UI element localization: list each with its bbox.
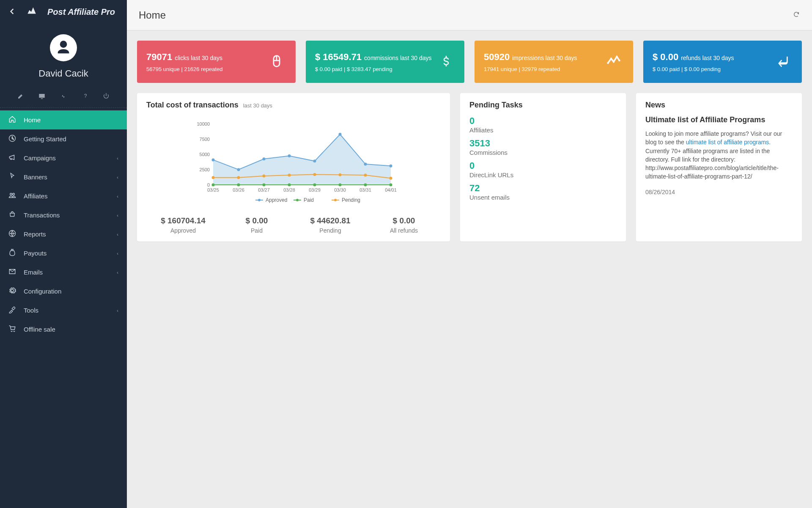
stat-card-clicks[interactable]: 79071clicks last 30 days 56795 unique | … xyxy=(137,41,296,83)
svg-text:?: ? xyxy=(84,93,87,99)
sidebar-item-label: Affiliates xyxy=(24,192,109,200)
news-body-link[interactable]: ultimate list of affiliate programs xyxy=(686,139,769,146)
chart-wrap: 10000750050002500003/2503/2603/2703/2803… xyxy=(146,115,441,209)
sidebar-item-offline-sale[interactable]: Offline sale xyxy=(0,320,127,339)
total-refunds: $ 0.00 All refunds xyxy=(367,216,441,234)
total-approved: $ 160704.14 Approved xyxy=(146,216,220,234)
svg-text:03/28: 03/28 xyxy=(283,187,295,192)
svg-point-3 xyxy=(613,61,615,63)
moneybag-icon xyxy=(8,249,16,258)
impressions-line2: 17941 unique | 32979 repeated xyxy=(484,66,624,72)
main: Home 79071clicks last 30 days 56795 uniq… xyxy=(127,0,812,508)
total-paid-label: Paid xyxy=(220,227,294,234)
chevron-left-icon: ‹ xyxy=(117,156,118,161)
commissions-value2: 3513 xyxy=(469,138,617,149)
avatar[interactable] xyxy=(50,34,77,61)
svg-point-23 xyxy=(313,159,316,162)
svg-point-19 xyxy=(212,158,215,161)
sidebar-item-transactions[interactable]: Transactions‹ xyxy=(0,206,127,225)
svg-point-32 xyxy=(339,184,342,187)
svg-text:Pending: Pending xyxy=(342,197,360,203)
chevron-left-icon: ‹ xyxy=(117,232,118,237)
svg-text:03/27: 03/27 xyxy=(258,187,270,192)
sidebar-item-affiliates[interactable]: Affiliates‹ xyxy=(0,187,127,206)
mail-icon xyxy=(8,268,16,277)
svg-point-20 xyxy=(237,168,240,171)
heartbeat-icon[interactable] xyxy=(60,93,68,102)
svg-text:04/01: 04/01 xyxy=(385,187,397,192)
sidebar-item-configuration[interactable]: Configuration xyxy=(0,282,127,301)
desktop-icon[interactable] xyxy=(38,93,46,102)
chart-panel: Total cost of transactions last 30 days … xyxy=(137,93,450,242)
refunds-value: $ 0.00 xyxy=(653,52,678,62)
sidebar-item-banners[interactable]: Banners‹ xyxy=(0,168,127,187)
refunds-line2: $ 0.00 paid | $ 0.00 pending xyxy=(653,66,793,72)
svg-text:03/26: 03/26 xyxy=(233,187,244,192)
sidebar-item-home[interactable]: Home xyxy=(0,110,127,129)
sidebar-item-label: Reports xyxy=(24,231,109,238)
svg-point-2 xyxy=(610,58,612,60)
cart-icon xyxy=(8,325,16,334)
svg-point-47 xyxy=(296,199,299,201)
pointer-icon xyxy=(8,173,16,181)
back-icon[interactable] xyxy=(8,7,16,17)
svg-text:7500: 7500 xyxy=(200,137,210,142)
chevron-left-icon: ‹ xyxy=(117,308,118,313)
gear-icon xyxy=(8,287,16,296)
stat-card-impressions[interactable]: 50920impressions last 30 days 17941 uniq… xyxy=(475,41,633,83)
total-refunds-value: $ 0.00 xyxy=(367,216,441,225)
svg-text:Paid: Paid xyxy=(304,197,314,203)
edit-icon[interactable] xyxy=(17,93,24,102)
stat-card-commissions[interactable]: $ 16549.71commissions last 30 days $ 0.0… xyxy=(306,41,464,83)
sidebar-item-label: Emails xyxy=(24,269,109,276)
news-title: News xyxy=(645,101,793,110)
mouse-icon xyxy=(269,54,284,70)
sidebar-item-label: Configuration xyxy=(24,288,118,295)
affiliates-label: Affiliates xyxy=(469,126,617,134)
stat-cards-row: 79071clicks last 30 days 56795 unique | … xyxy=(137,41,802,83)
chart-panel-head: Total cost of transactions last 30 days xyxy=(146,101,441,110)
impressions-suffix: impressions last 30 days xyxy=(512,55,577,61)
svg-point-42 xyxy=(390,177,392,180)
svg-point-4 xyxy=(616,56,618,58)
svg-text:5000: 5000 xyxy=(200,152,210,157)
news-panel: News Ultimate list of Affiliate Programs… xyxy=(636,93,802,242)
direclink-value: 0 xyxy=(469,160,617,171)
clicks-value: 79071 xyxy=(146,52,172,62)
news-body: Looking to join more affiliate programs?… xyxy=(645,129,793,181)
svg-point-36 xyxy=(237,176,240,179)
total-pending-label: Pending xyxy=(294,227,367,234)
sidebar-item-label: Payouts xyxy=(24,250,109,257)
svg-point-40 xyxy=(339,173,342,176)
svg-text:03/29: 03/29 xyxy=(309,187,321,192)
clock-icon xyxy=(8,135,16,143)
total-approved-value: $ 160704.14 xyxy=(146,216,220,225)
stat-card-refunds[interactable]: $ 0.00refunds last 30 days $ 0.00 paid |… xyxy=(643,41,802,83)
svg-text:0: 0 xyxy=(207,182,210,187)
svg-point-27 xyxy=(212,184,215,187)
sidebar-item-label: Campaigns xyxy=(24,154,109,162)
profile-tools: ? xyxy=(0,86,127,107)
commissions-line2: $ 0.00 paid | $ 3283.47 pending xyxy=(315,66,455,72)
svg-point-22 xyxy=(288,154,291,157)
clicks-suffix: clicks last 30 days xyxy=(175,55,222,61)
total-approved-label: Approved xyxy=(146,227,220,234)
refresh-icon[interactable] xyxy=(793,11,800,19)
sidebar-item-getting-started[interactable]: Getting Started xyxy=(0,129,127,148)
svg-text:03/31: 03/31 xyxy=(359,187,371,192)
power-icon[interactable] xyxy=(103,93,110,102)
sidebar-item-emails[interactable]: Emails‹ xyxy=(0,263,127,282)
sidebar-item-tools[interactable]: Tools‹ xyxy=(0,301,127,320)
chart: 10000750050002500003/2503/2603/2703/2803… xyxy=(188,115,399,209)
sidebar-item-reports[interactable]: Reports‹ xyxy=(0,225,127,244)
clicks-line2: 56795 unique | 21626 repeated xyxy=(146,66,286,72)
help-icon[interactable]: ? xyxy=(82,93,89,102)
sidebar-item-label: Home xyxy=(24,116,118,124)
svg-point-31 xyxy=(313,184,316,187)
page-title: Home xyxy=(139,9,166,21)
sidebar-item-payouts[interactable]: Payouts‹ xyxy=(0,244,127,263)
return-icon xyxy=(776,55,790,69)
sidebar-item-campaigns[interactable]: Campaigns‹ xyxy=(0,148,127,168)
svg-point-35 xyxy=(212,176,215,179)
chart-panel-subtitle: last 30 days xyxy=(243,102,272,109)
